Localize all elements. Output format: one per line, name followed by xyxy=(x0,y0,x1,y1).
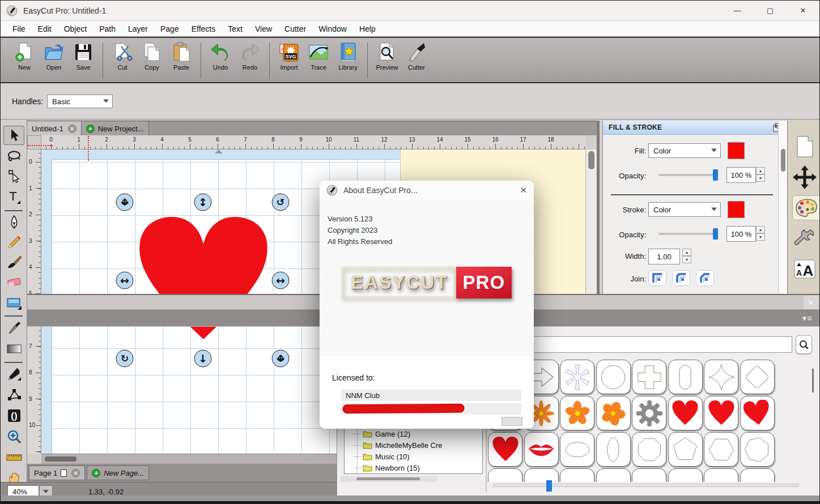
handle-rotate-cw[interactable]: ↻ xyxy=(116,350,134,368)
shape-tile-star4[interactable] xyxy=(704,360,738,394)
menu-page[interactable]: Page xyxy=(154,23,185,35)
handle-move[interactable]: ↔↕ xyxy=(272,350,290,368)
menu-window[interactable]: Window xyxy=(312,23,353,35)
tool-pencil[interactable] xyxy=(3,233,24,252)
cutter-button[interactable]: Cutter xyxy=(402,41,431,71)
menu-view[interactable]: View xyxy=(249,23,278,35)
menu-edit[interactable]: Edit xyxy=(32,23,58,35)
shape-tile-diamond[interactable] xyxy=(740,360,775,394)
shape-tile-gear[interactable] xyxy=(632,396,666,430)
save-button[interactable]: Save xyxy=(69,41,98,71)
tree-horizontal-scrollbar[interactable] xyxy=(341,476,437,482)
scrollbar-thumb[interactable] xyxy=(588,151,594,169)
scrollbar-thumb[interactable] xyxy=(45,456,77,462)
spin-down-icon[interactable]: ▼ xyxy=(756,233,765,241)
spin-down-icon[interactable]: ▼ xyxy=(682,256,691,263)
tool-eraser[interactable] xyxy=(3,272,24,292)
handles-select[interactable]: Basic xyxy=(47,95,113,108)
library-vertical-scrollbar[interactable] xyxy=(812,368,814,469)
tool-zoom[interactable] xyxy=(3,427,24,446)
shape-tile-octagon[interactable] xyxy=(632,432,666,467)
tree-item[interactable]: Newborn (15) xyxy=(354,462,420,473)
menu-layer[interactable]: Layer xyxy=(122,23,154,35)
shape-tile-heptagon[interactable] xyxy=(740,432,775,467)
tool-polygon-path[interactable] xyxy=(3,386,24,405)
shape-tile-blank[interactable] xyxy=(560,468,594,482)
menu-cutter[interactable]: Cutter xyxy=(278,23,312,35)
stroke-opacity-slider[interactable] xyxy=(658,233,717,235)
scrollbar-thumb[interactable] xyxy=(781,149,785,172)
import-button[interactable]: SVGImport xyxy=(274,41,304,71)
redo-button[interactable]: Redo xyxy=(235,41,265,71)
stroke-opacity-value[interactable]: 100 % xyxy=(726,226,756,242)
shape-tile-cross[interactable] xyxy=(632,360,666,394)
shape-tile-flower-pin[interactable] xyxy=(596,396,631,430)
fill-opacity-value[interactable]: 100 % xyxy=(726,167,756,183)
shape-tile-ellipse-v[interactable] xyxy=(596,432,631,467)
handle-down[interactable]: ↓ xyxy=(194,350,212,368)
miter-join-button[interactable] xyxy=(648,270,666,286)
stroke-width-spinner[interactable]: ▲▼ xyxy=(682,249,691,263)
handle-rotate-ccw[interactable]: ↺ xyxy=(272,194,290,211)
search-button[interactable] xyxy=(796,335,812,354)
menu-text[interactable]: Text xyxy=(222,23,249,35)
close-icon[interactable]: ✕ xyxy=(68,125,77,133)
panel-scrollbar[interactable] xyxy=(778,121,787,294)
fill-type-select[interactable]: Color xyxy=(648,143,721,158)
tile-size-slider[interactable] xyxy=(493,484,799,487)
copy-button[interactable]: Copy xyxy=(137,41,167,71)
shape-tile-blank[interactable] xyxy=(704,468,738,482)
shape-tile-heart-tilt[interactable] xyxy=(740,396,775,430)
shape-tile-blank[interactable] xyxy=(632,468,666,482)
shape-tile-flower-round[interactable] xyxy=(560,396,594,430)
fill-opacity-spinner[interactable]: ▲▼ xyxy=(756,167,765,182)
library-search-input[interactable] xyxy=(491,336,792,353)
scrollbar-thumb[interactable] xyxy=(356,477,420,480)
page-tab[interactable]: Page 1✕ xyxy=(29,465,85,480)
menu-help[interactable]: Help xyxy=(353,23,382,35)
spin-up-icon[interactable]: ▲ xyxy=(756,167,765,174)
handle-h-resize[interactable]: ↔ xyxy=(116,272,134,289)
menu-effects[interactable]: Effects xyxy=(185,23,222,35)
tool-parentheses[interactable]: () xyxy=(3,406,24,425)
sidebar-tab-document[interactable] xyxy=(792,134,817,159)
menu-file[interactable]: File xyxy=(6,23,32,35)
sidebar-tab-palette[interactable] xyxy=(792,195,820,220)
undo-button[interactable]: Undo xyxy=(206,41,235,71)
library-close-button[interactable]: ✕ xyxy=(804,296,818,309)
handle-move[interactable]: ↔↕ xyxy=(116,194,134,211)
maximize-button[interactable]: ▢ xyxy=(758,1,783,20)
shape-tile-circle[interactable] xyxy=(596,360,631,394)
scrollbar-thumb[interactable] xyxy=(812,369,814,392)
minimize-button[interactable]: — xyxy=(725,1,750,20)
handle-h-resize[interactable]: ↔ xyxy=(272,272,290,289)
close-button[interactable]: ✕ xyxy=(791,1,815,20)
shape-tile-pentagon[interactable] xyxy=(668,432,703,467)
tool-lasso[interactable] xyxy=(3,147,24,166)
spin-up-icon[interactable]: ▲ xyxy=(682,249,691,256)
shape-tile-hexagon[interactable] xyxy=(704,432,738,467)
trace-button[interactable]: Trace xyxy=(304,41,333,71)
stroke-width-value[interactable]: 1.00 xyxy=(648,249,680,264)
tool-text[interactable]: T xyxy=(3,188,24,207)
preview-button[interactable]: Preview xyxy=(372,41,402,71)
shape-tile-pill[interactable] xyxy=(668,360,703,394)
dialog-ok-button[interactable] xyxy=(502,417,522,426)
shape-tile-blank[interactable] xyxy=(668,468,703,482)
tree-item[interactable]: Game (12) xyxy=(354,428,410,439)
heart-shape[interactable] xyxy=(135,208,271,348)
cut-button[interactable]: Cut xyxy=(108,41,137,71)
shape-tile-lips[interactable] xyxy=(524,432,559,467)
tool-rectangle[interactable] xyxy=(3,294,24,313)
stroke-opacity-spinner[interactable]: ▲▼ xyxy=(756,226,765,241)
stroke-type-select[interactable]: Color xyxy=(648,202,721,217)
slider-thumb[interactable] xyxy=(713,169,718,181)
menu-object[interactable]: Object xyxy=(58,23,93,35)
tool-select[interactable] xyxy=(3,126,24,145)
document-tab[interactable]: +New Project... xyxy=(82,121,149,136)
handle-v-resize[interactable]: ↕ xyxy=(194,194,212,211)
close-icon[interactable]: ✕ xyxy=(71,469,80,477)
tree-item[interactable]: Music (10) xyxy=(354,451,410,462)
sidebar-tab-move[interactable] xyxy=(792,165,817,190)
sidebar-tab-wrench[interactable] xyxy=(792,226,817,251)
